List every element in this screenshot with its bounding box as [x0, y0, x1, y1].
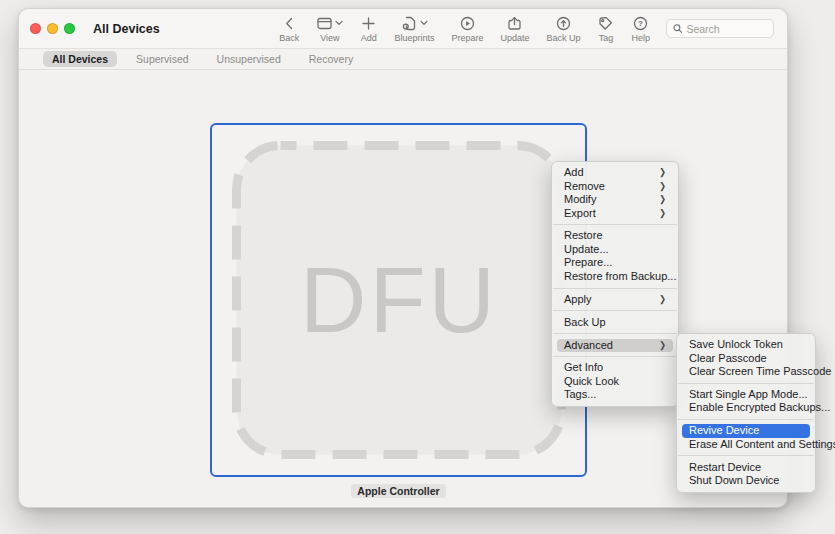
- dfu-label: DFU: [231, 140, 567, 460]
- context-menu: Add❯ Remove❯ Modify❯ Export❯ Restore Upd…: [551, 161, 679, 407]
- menu-item-apply[interactable]: Apply❯: [557, 293, 673, 307]
- window-title: All Devices: [93, 22, 160, 36]
- menu-item-add[interactable]: Add❯: [557, 166, 673, 180]
- menu-item-clear-passcode[interactable]: Clear Passcode: [682, 352, 810, 366]
- question-circle-icon: ?: [632, 15, 649, 32]
- menu-separator: [553, 288, 677, 289]
- tab-recovery[interactable]: Recovery: [300, 51, 362, 67]
- search-field[interactable]: [666, 19, 774, 38]
- tab-all-devices[interactable]: All Devices: [43, 51, 117, 67]
- back-button[interactable]: Back: [279, 15, 299, 43]
- close-window-button[interactable]: [30, 23, 41, 34]
- chevron-down-icon: [420, 20, 428, 26]
- menu-item-quick-look[interactable]: Quick Look: [557, 375, 673, 389]
- menu-item-export[interactable]: Export❯: [557, 207, 673, 221]
- prepare-label: Prepare: [451, 33, 483, 43]
- menu-item-advanced[interactable]: Advanced❯: [557, 339, 673, 353]
- device-filter-tabs: All Devices Supervised Unsupervised Reco…: [19, 49, 787, 70]
- zoom-window-button[interactable]: [64, 23, 75, 34]
- search-input[interactable]: [686, 23, 767, 35]
- tab-unsupervised[interactable]: Unsupervised: [208, 51, 290, 67]
- submenu-chevron-icon: ❯: [659, 337, 666, 353]
- tab-supervised[interactable]: Supervised: [127, 51, 198, 67]
- menu-item-get-info[interactable]: Get Info: [557, 361, 673, 375]
- help-label: Help: [631, 33, 650, 43]
- add-button[interactable]: Add: [360, 15, 377, 43]
- svg-text:?: ?: [638, 19, 643, 28]
- menu-item-prepare[interactable]: Prepare...: [557, 256, 673, 270]
- tag-label: Tag: [599, 33, 614, 43]
- device-name-label: Apple Controller: [351, 484, 445, 498]
- update-button[interactable]: Update: [500, 15, 529, 43]
- dfu-device-outline: DFU: [231, 140, 567, 464]
- menu-separator: [678, 419, 814, 420]
- menu-item-erase-all-content-and-settings[interactable]: Erase All Content and Settings: [682, 438, 810, 452]
- view-label: View: [320, 33, 339, 43]
- minimize-window-button[interactable]: [47, 23, 58, 34]
- titlebar: All Devices Back View Add: [19, 9, 787, 49]
- blueprints-label: Blueprints: [394, 33, 434, 43]
- menu-separator: [678, 383, 814, 384]
- menu-item-remove[interactable]: Remove❯: [557, 180, 673, 194]
- prepare-button[interactable]: Prepare: [451, 15, 483, 43]
- menu-item-update[interactable]: Update...: [557, 243, 673, 257]
- advanced-submenu: Save Unlock Token Clear Passcode Clear S…: [676, 333, 816, 493]
- tag-icon: [597, 15, 614, 32]
- menu-separator: [678, 455, 814, 456]
- menu-item-restore-from-backup[interactable]: Restore from Backup...: [557, 270, 673, 284]
- plus-icon: [360, 15, 377, 32]
- help-button[interactable]: ? Help: [631, 15, 650, 43]
- blueprint-icon: [401, 15, 418, 32]
- chevron-down-icon: [335, 20, 343, 26]
- add-label: Add: [361, 33, 377, 43]
- blueprints-button[interactable]: Blueprints: [394, 15, 434, 43]
- backup-label: Back Up: [546, 33, 580, 43]
- menu-item-tags[interactable]: Tags...: [557, 388, 673, 402]
- device-name-wrap: Apple Controller: [210, 481, 587, 499]
- menu-item-start-single-app-mode[interactable]: Start Single App Mode...: [682, 388, 810, 402]
- arrow-up-circle-icon: [555, 15, 572, 32]
- search-icon: [673, 23, 682, 34]
- menu-separator: [553, 310, 677, 311]
- menu-item-shut-down-device[interactable]: Shut Down Device: [682, 474, 810, 488]
- menu-separator: [553, 224, 677, 225]
- submenu-chevron-icon: ❯: [659, 292, 666, 308]
- menu-item-save-unlock-token[interactable]: Save Unlock Token: [682, 338, 810, 352]
- window-controls: [30, 23, 75, 34]
- menu-item-revive-device[interactable]: Revive Device: [682, 424, 810, 438]
- menu-item-modify[interactable]: Modify❯: [557, 193, 673, 207]
- menu-item-enable-encrypted-backups[interactable]: Enable Encrypted Backups...: [682, 401, 810, 415]
- menu-item-restore[interactable]: Restore: [557, 229, 673, 243]
- menu-item-clear-screen-time-passcode[interactable]: Clear Screen Time Passcode: [682, 365, 810, 379]
- play-circle-icon: [459, 15, 476, 32]
- back-label: Back: [279, 33, 299, 43]
- menu-item-back-up[interactable]: Back Up: [557, 316, 673, 330]
- window-view-icon: [316, 15, 333, 32]
- submenu-chevron-icon: ❯: [659, 205, 666, 221]
- chevron-left-icon: [281, 15, 298, 32]
- toolbar: Back View Add Blueprin: [279, 15, 650, 43]
- menu-separator: [553, 333, 677, 334]
- backup-button[interactable]: Back Up: [546, 15, 580, 43]
- selected-device-item[interactable]: DFU: [210, 123, 587, 477]
- view-button[interactable]: View: [316, 15, 343, 43]
- box-arrow-up-icon: [506, 15, 523, 32]
- menu-item-restart-device[interactable]: Restart Device: [682, 461, 810, 475]
- tag-button[interactable]: Tag: [597, 15, 614, 43]
- menu-separator: [553, 356, 677, 357]
- update-label: Update: [500, 33, 529, 43]
